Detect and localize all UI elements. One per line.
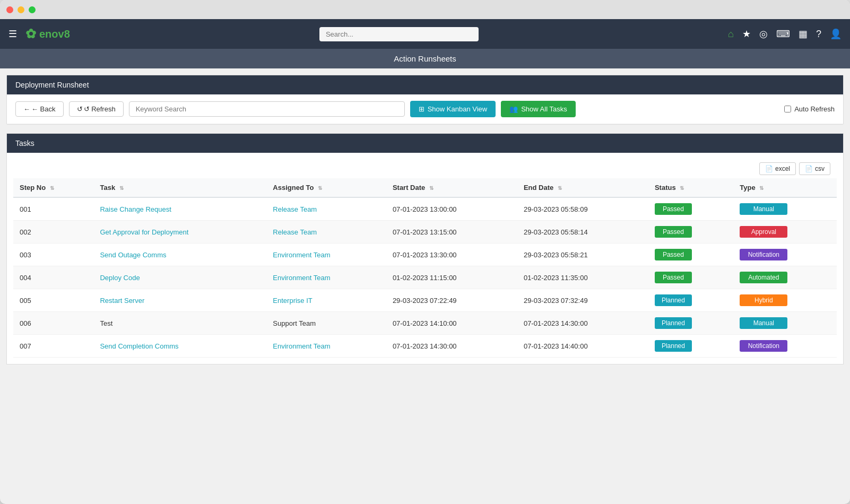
cell-assigned-to: Environment Team	[266, 266, 386, 289]
title-bar	[0, 0, 850, 19]
cell-task: Raise Change Request	[93, 197, 266, 221]
assigned-link[interactable]: Environment Team	[273, 251, 330, 259]
cell-type: Automated	[733, 266, 837, 289]
cell-task: Send Outage Comms	[93, 244, 266, 266]
assigned-text: Support Team	[273, 319, 316, 327]
task-link[interactable]: Raise Change Request	[100, 205, 171, 213]
display-icon[interactable]: ▦	[799, 28, 808, 40]
cell-start-date: 07-01-2023 13:00:00	[386, 197, 517, 221]
assigned-link[interactable]: Release Team	[273, 205, 317, 213]
csv-export-button[interactable]: 📄 csv	[799, 162, 830, 175]
maximize-button[interactable]	[29, 6, 36, 13]
col-assigned-to[interactable]: Assigned To ⇅	[266, 178, 386, 197]
export-row: 📄 excel 📄 csv	[13, 159, 837, 178]
col-type[interactable]: Type ⇅	[733, 178, 837, 197]
task-link[interactable]: Restart Server	[100, 297, 144, 305]
keyword-search-input[interactable]	[129, 101, 405, 117]
task-link[interactable]: Get Approval for Deployment	[100, 228, 188, 236]
cell-start-date: 29-03-2023 07:22:49	[386, 289, 517, 312]
status-badge: Passed	[655, 203, 692, 215]
table-row: 003 Send Outage Comms Environment Team 0…	[13, 244, 837, 266]
cell-step-no: 007	[13, 335, 93, 358]
cell-assigned-to: Support Team	[266, 312, 386, 335]
page-header: Action Runsheets	[0, 49, 850, 68]
table-body: 001 Raise Change Request Release Team 07…	[13, 197, 837, 358]
page-title: Action Runsheets	[394, 54, 456, 63]
top-nav: ☰ ✿ enov8 ⌂ ★ ◎ ⌨ ▦ ? 👤	[0, 19, 850, 49]
deployment-card: Deployment Runsheet ← ← Back ↺ ↺ Refresh…	[6, 75, 844, 125]
cell-type: Approval	[733, 221, 837, 244]
close-button[interactable]	[6, 6, 13, 13]
user-icon[interactable]: 👤	[830, 28, 842, 40]
cell-step-no: 004	[13, 266, 93, 289]
search-input[interactable]	[319, 27, 479, 41]
status-badge: Planned	[655, 340, 692, 352]
table-row: 002 Get Approval for Deployment Release …	[13, 221, 837, 244]
cell-start-date: 07-01-2023 13:30:00	[386, 244, 517, 266]
cell-task: Test	[93, 312, 266, 335]
excel-export-button[interactable]: 📄 excel	[759, 162, 796, 175]
cell-task: Deploy Code	[93, 266, 266, 289]
type-badge: Notification	[740, 249, 787, 260]
show-kanban-button[interactable]: ⊞ Show Kanban View	[410, 101, 496, 117]
back-button[interactable]: ← ← Back	[15, 101, 64, 117]
task-link[interactable]: Send Completion Comms	[100, 342, 178, 350]
task-link[interactable]: Deploy Code	[100, 274, 140, 282]
cell-end-date: 29-03-2023 07:32:49	[517, 289, 648, 312]
cell-type: Manual	[733, 197, 837, 221]
assigned-link[interactable]: Environment Team	[273, 342, 330, 350]
col-step-no[interactable]: Step No ⇅	[13, 178, 93, 197]
assigned-link[interactable]: Enterprise IT	[273, 297, 312, 305]
type-badge: Hybrid	[740, 294, 787, 306]
cell-task: Get Approval for Deployment	[93, 221, 266, 244]
col-status[interactable]: Status ⇅	[648, 178, 733, 197]
col-end-date[interactable]: End Date ⇅	[517, 178, 648, 197]
cell-assigned-to: Enterprise IT	[266, 289, 386, 312]
task-text: Test	[100, 319, 112, 327]
cell-step-no: 003	[13, 244, 93, 266]
excel-icon: 📄	[765, 165, 773, 172]
cell-step-no: 002	[13, 221, 93, 244]
type-badge: Approval	[740, 226, 787, 238]
type-badge: Notification	[740, 340, 787, 352]
keyboard-icon[interactable]: ⌨	[776, 28, 790, 40]
nav-icons: ⌂ ★ ◎ ⌨ ▦ ? 👤	[728, 28, 842, 40]
table-row: 007 Send Completion Comms Environment Te…	[13, 335, 837, 358]
status-badge: Passed	[655, 272, 692, 283]
cell-step-no: 001	[13, 197, 93, 221]
cell-end-date: 29-03-2023 05:58:14	[517, 221, 648, 244]
cell-status: Passed	[648, 244, 733, 266]
task-link[interactable]: Send Outage Comms	[100, 251, 166, 259]
cell-status: Passed	[648, 197, 733, 221]
cell-assigned-to: Environment Team	[266, 244, 386, 266]
toolbar: ← ← Back ↺ ↺ Refresh ⊞ Show Kanban View …	[7, 94, 843, 124]
kanban-icon: ⊞	[419, 105, 424, 113]
table-row: 005 Restart Server Enterprise IT 29-03-2…	[13, 289, 837, 312]
type-badge: Manual	[740, 317, 787, 329]
target-icon[interactable]: ◎	[759, 28, 768, 40]
cell-start-date: 07-01-2023 13:15:00	[386, 221, 517, 244]
show-all-tasks-button[interactable]: 👥 Show All Tasks	[501, 101, 575, 117]
status-badge: Planned	[655, 294, 692, 306]
col-task[interactable]: Task ⇅	[93, 178, 266, 197]
cell-task: Restart Server	[93, 289, 266, 312]
assigned-link[interactable]: Release Team	[273, 228, 317, 236]
cell-end-date: 07-01-2023 14:40:00	[517, 335, 648, 358]
table-row: 004 Deploy Code Environment Team 01-02-2…	[13, 266, 837, 289]
minimize-button[interactable]	[18, 6, 24, 13]
col-start-date[interactable]: Start Date ⇅	[386, 178, 517, 197]
status-badge: Passed	[655, 226, 692, 238]
star-icon[interactable]: ★	[742, 28, 751, 40]
auto-refresh-checkbox[interactable]	[784, 106, 791, 112]
cell-type: Notification	[733, 244, 837, 266]
auto-refresh-container: Auto Refresh	[784, 105, 835, 113]
help-icon[interactable]: ?	[816, 29, 821, 40]
tasks-body: 📄 excel 📄 csv Step No ⇅ Task ⇅ Assi	[7, 153, 843, 364]
assigned-link[interactable]: Environment Team	[273, 274, 330, 282]
cell-assigned-to: Environment Team	[266, 335, 386, 358]
hamburger-icon[interactable]: ☰	[8, 28, 17, 40]
home-icon[interactable]: ⌂	[728, 29, 734, 40]
tasks-header: Tasks	[7, 134, 843, 153]
cell-type: Hybrid	[733, 289, 837, 312]
refresh-button[interactable]: ↺ ↺ Refresh	[69, 101, 124, 117]
